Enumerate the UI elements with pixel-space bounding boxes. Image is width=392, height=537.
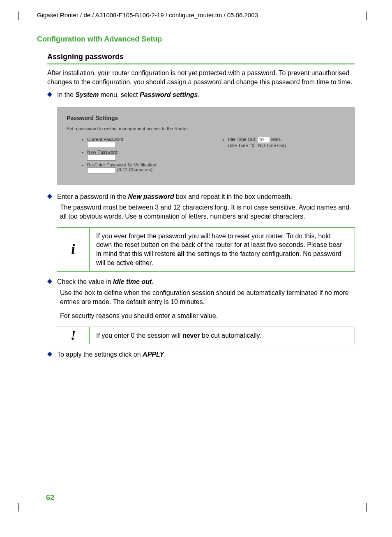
text: In the	[57, 91, 75, 98]
button-name: APPLY	[143, 351, 164, 358]
text: .	[198, 91, 199, 98]
hint-text: (3-12 Characters)	[117, 167, 152, 172]
svg-marker-1	[47, 194, 52, 199]
subsection-heading: Assigning passwords	[47, 53, 355, 61]
panel-title: Password Settings	[67, 115, 347, 121]
info-icon: i	[57, 228, 90, 271]
info-text: If you ever forget the password you will…	[90, 228, 355, 271]
field-row: Idle Time Out: 10 Mins. (Idle Time =0 : …	[228, 137, 347, 148]
idle-timeout-input[interactable]: 10	[258, 137, 270, 143]
info-box: i If you ever forget the password you wi…	[57, 227, 355, 272]
menu-name: System	[75, 91, 99, 98]
verify-password-input[interactable]	[87, 167, 116, 173]
text: To apply the settings click on	[57, 351, 143, 358]
svg-marker-0	[47, 92, 52, 97]
unit-text: Mins.	[271, 137, 282, 142]
heading-rule	[47, 63, 355, 65]
paragraph: The password must be between 3 and 12 ch…	[60, 203, 355, 221]
label-idle-timeout: Idle Time Out:	[228, 137, 256, 142]
new-password-input[interactable]	[87, 154, 116, 161]
text: box and repeat it in the box underneath.	[174, 193, 292, 200]
diamond-bullet-icon	[47, 92, 52, 97]
section-heading: Configuration with Advanced Setup	[37, 35, 355, 44]
hint-text: (Idle Time =0 : NO Time Out)	[228, 143, 286, 148]
crop-mark	[18, 503, 27, 512]
field-row: New Password:	[87, 150, 221, 161]
warning-text: If you enter 0 the session will never be…	[90, 327, 355, 344]
warning-box: ! If you enter 0 the session will never …	[57, 327, 355, 345]
text: be cut automatically.	[200, 332, 261, 339]
step-item: To apply the settings click on APPLY.	[47, 350, 355, 359]
svg-marker-3	[47, 352, 52, 357]
paragraph: Use the box to define when the configura…	[60, 288, 355, 307]
crop-mark	[358, 12, 367, 20]
text: .	[164, 351, 166, 358]
emphasis: all	[177, 250, 184, 257]
text: .	[152, 278, 153, 285]
label-new-password: New Password:	[87, 150, 118, 154]
screenshot-password-settings: Password Settings Set a password to rest…	[57, 107, 355, 185]
diamond-bullet-icon	[47, 279, 52, 284]
warning-icon: !	[57, 327, 90, 344]
text: If you enter 0 the session will	[96, 332, 182, 339]
intro-paragraph: After installation, your router configur…	[47, 69, 355, 86]
crop-mark	[358, 503, 367, 512]
doc-header: Gigaset Router / de / A31008-E105-B100-2…	[37, 12, 359, 18]
text: menu, select	[99, 91, 140, 98]
crop-mark	[18, 12, 27, 20]
field-name: Idle time out	[113, 278, 152, 285]
field-row: Re-Enter Password for Verification: (3-1…	[87, 162, 221, 173]
paragraph: For security reasons you should enter a …	[60, 311, 355, 320]
label-current-password: Current Password:	[87, 137, 125, 142]
step-item: In the System menu, select Password sett…	[47, 90, 355, 99]
page-number: 62	[46, 493, 54, 502]
svg-marker-2	[47, 279, 52, 284]
text: Check the value in	[57, 278, 113, 285]
diamond-bullet-icon	[47, 352, 52, 357]
current-password-input[interactable]	[87, 142, 116, 148]
menu-item: Password settings	[140, 91, 198, 98]
step-item: Check the value in Idle time out.	[47, 277, 355, 286]
emphasis: never	[182, 332, 200, 339]
field-row: Current Password:	[87, 137, 221, 148]
text: Enter a password in the	[57, 193, 128, 200]
panel-subtitle: Set a password to restrict management ac…	[67, 126, 347, 131]
diamond-bullet-icon	[47, 194, 52, 199]
field-name: New password	[128, 193, 174, 200]
step-item: Enter a password in the New password box…	[47, 192, 355, 201]
label-verify-password: Re-Enter Password for Verification:	[87, 162, 157, 167]
